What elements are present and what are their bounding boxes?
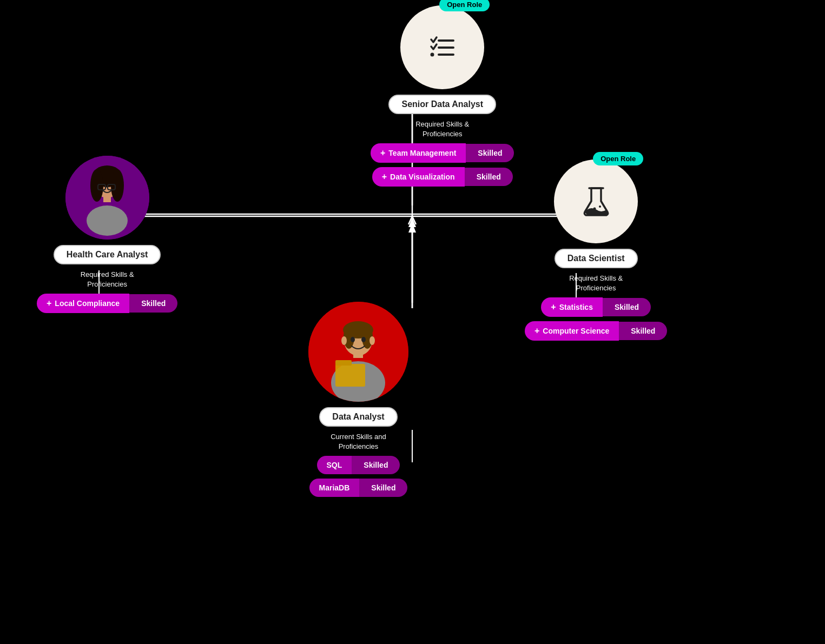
senior-analyst-req-skills: Required Skills &Proficiencies [415,119,469,139]
sql-skill-name: SQL [317,456,352,474]
team-management-skill-name: + Team Management [371,143,466,163]
data-analyst-photo-svg [308,302,408,402]
data-analyst-skill-sql: SQL Skilled [317,456,400,474]
health-care-analyst-label: Health Care Analyst [54,245,161,264]
computer-science-skill-level: Skilled [619,322,667,340]
local-compliance-skill-level: Skilled [129,294,177,313]
svg-point-45 [369,336,375,345]
svg-point-46 [351,337,355,342]
svg-point-28 [111,169,124,202]
health-care-analyst-photo [65,156,149,240]
svg-point-35 [593,207,596,210]
senior-skill-data-visualization: + Data Visualization Skilled [372,167,513,187]
computer-science-skill-name: + Computer Science [525,321,619,341]
data-visualization-skill-level: Skilled [465,168,513,186]
health-care-photo-svg [65,156,149,240]
data-analyst-label: Data Analyst [319,407,397,427]
data-scientist-skill-statistics: + Statistics Skilled [541,297,651,317]
data-scientist-open-role-badge: Open Role [593,152,643,165]
team-management-skill-level: Skilled [466,144,514,162]
sql-skill-level: Skilled [352,456,400,474]
data-scientist-skill-computer-science: + Computer Science Skilled [525,321,667,341]
flask-svg-icon [577,183,615,221]
data-scientist-node: Open Role Data Scientist Required Skills… [525,160,667,341]
svg-marker-7 [408,223,416,233]
data-visualization-skill-name: + Data Visualization [372,167,465,187]
mariadb-skill-name: MariaDB [309,479,360,497]
data-analyst-current-skills: Current Skills andProficiencies [331,432,386,452]
svg-rect-49 [335,360,352,366]
checklist-svg-icon [424,29,461,67]
senior-data-analyst-node: Open Role Senior Data Analyst Required S… [371,5,514,187]
senior-analyst-icon: Open Role [400,5,484,89]
svg-point-23 [430,52,434,56]
svg-point-27 [90,169,103,202]
svg-point-32 [87,205,128,236]
local-compliance-skill-name: + Local Compliance [37,294,129,313]
statistics-skill-name: + Statistics [541,297,603,317]
svg-point-47 [361,337,366,342]
senior-analyst-label: Senior Data Analyst [388,95,496,114]
svg-rect-33 [103,196,111,202]
svg-marker-5 [408,217,416,227]
data-analyst-photo [308,302,408,402]
data-scientist-icon: Open Role [554,160,638,243]
senior-analyst-open-role-badge: Open Role [439,0,490,11]
diagram-container: Open Role Senior Data Analyst Required S… [0,0,825,644]
health-care-skill-local-compliance: + Local Compliance Skilled [37,294,177,313]
data-scientist-req-skills: Required Skills &Proficiencies [569,274,623,293]
svg-point-36 [599,205,601,208]
data-analyst-skill-mariadb: MariaDB Skilled [309,479,408,497]
senior-skill-team-management: + Team Management Skilled [371,143,514,163]
statistics-skill-level: Skilled [603,298,651,316]
health-care-req-skills: Required Skills &Proficiencies [81,270,134,289]
svg-point-44 [341,336,347,345]
svg-rect-48 [335,364,365,387]
health-care-analyst-node: Health Care Analyst Required Skills &Pro… [37,156,177,313]
data-scientist-label: Data Scientist [555,249,638,268]
mariadb-skill-level: Skilled [359,479,407,497]
data-analyst-node: Data Analyst Current Skills andProficien… [308,302,408,497]
